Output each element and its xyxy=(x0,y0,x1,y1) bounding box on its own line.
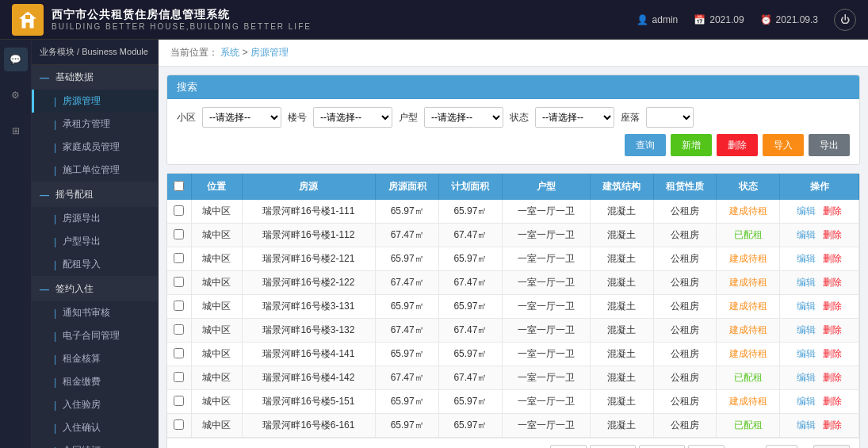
edit-link-2[interactable]: 编辑 xyxy=(797,253,816,264)
logo-icon xyxy=(12,4,44,36)
row-structure: 混凝土 xyxy=(590,414,653,438)
export-button[interactable]: 导出 xyxy=(809,134,850,156)
label-building: 楼号 xyxy=(288,111,307,124)
row-checkbox-0[interactable] xyxy=(174,205,184,216)
row-checkbox-2[interactable] xyxy=(174,253,184,263)
delete-link-9[interactable]: 删除 xyxy=(823,419,842,431)
query-button[interactable]: 查询 xyxy=(625,134,666,156)
row-type: 一室一厅一卫 xyxy=(502,247,590,271)
sidebar-item-tenant-mgmt[interactable]: |承租方管理 xyxy=(32,113,158,136)
row-check[interactable] xyxy=(167,343,191,366)
row-nature: 公租房 xyxy=(653,390,717,414)
page-number-input[interactable] xyxy=(766,445,797,448)
sidebar-item-family-mgmt[interactable]: |家庭成员管理 xyxy=(32,136,158,159)
last-page-button[interactable]: 尾页 xyxy=(688,445,725,448)
delete-link-5[interactable]: 删除 xyxy=(823,324,842,335)
sidebar-item-allot-import[interactable]: |配租导入 xyxy=(32,253,158,276)
row-check[interactable] xyxy=(167,319,191,343)
goto-button[interactable]: 跳转 xyxy=(813,445,850,448)
sidebar-item-rent-calc[interactable]: |租金核算 xyxy=(32,347,158,370)
first-page-button[interactable]: 首页 xyxy=(550,445,587,448)
sidebar-item-move-in-inspect[interactable]: |入住验房 xyxy=(32,393,158,416)
grid-icon[interactable]: ⊞ xyxy=(4,119,28,143)
row-nature: 公租房 xyxy=(653,295,717,319)
prev-page-button[interactable]: 上一页 xyxy=(590,445,636,448)
select-building[interactable]: --请选择-- xyxy=(313,107,392,128)
delete-link-2[interactable]: 删除 xyxy=(823,253,842,264)
edit-link-8[interactable]: 编辑 xyxy=(797,396,816,407)
select-community[interactable]: --请选择-- xyxy=(202,107,281,128)
edit-link-1[interactable]: 编辑 xyxy=(797,229,816,240)
sidebar-item-house-export[interactable]: |房源导出 xyxy=(32,207,158,230)
sidebar-item-rent-pay[interactable]: |租金缴费 xyxy=(32,370,158,393)
row-check[interactable] xyxy=(167,271,191,295)
sub-title-text: BUILDING BETTER HOUSE,BUILDING BETTER LI… xyxy=(52,22,312,31)
message-icon[interactable]: 💬 xyxy=(4,48,28,71)
row-location: 城中区 xyxy=(191,366,242,390)
sidebar-item-construction-mgmt[interactable]: |施工单位管理 xyxy=(32,159,158,182)
nav-group-checkin-header[interactable]: — 签约入住 xyxy=(32,277,158,301)
sidebar-item-contract-renew[interactable]: |合同续订 xyxy=(32,439,158,448)
delete-button[interactable]: 删除 xyxy=(717,134,758,156)
row-checkbox-6[interactable] xyxy=(174,348,184,358)
row-checkbox-5[interactable] xyxy=(174,324,184,335)
delete-link-1[interactable]: 删除 xyxy=(823,229,842,240)
edit-link-3[interactable]: 编辑 xyxy=(797,277,816,288)
row-check[interactable] xyxy=(167,200,191,224)
import-button[interactable]: 导入 xyxy=(763,134,804,156)
row-plan-area: 65.97㎡ xyxy=(439,414,503,438)
row-checkbox-8[interactable] xyxy=(174,396,184,406)
row-status: 已配租 xyxy=(717,224,780,247)
power-button[interactable]: ⏻ xyxy=(834,9,856,31)
add-button[interactable]: 新增 xyxy=(671,134,712,156)
edit-link-5[interactable]: 编辑 xyxy=(797,324,816,335)
nav-group-basic: — 基础数据 |房源管理 |承租方管理 |家庭成员管理 |施工单位管理 xyxy=(32,65,158,182)
sidebar-item-move-in-confirm[interactable]: |入住确认 xyxy=(32,416,158,439)
delete-link-8[interactable]: 删除 xyxy=(823,396,842,407)
row-check[interactable] xyxy=(167,247,191,271)
delete-link-0[interactable]: 删除 xyxy=(823,205,842,216)
edit-link-7[interactable]: 编辑 xyxy=(797,372,816,383)
edit-link-0[interactable]: 编辑 xyxy=(797,205,816,216)
next-page-button[interactable]: 下一页 xyxy=(639,445,685,448)
edit-link-6[interactable]: 编辑 xyxy=(797,348,816,359)
select-location[interactable] xyxy=(646,107,694,128)
row-check[interactable] xyxy=(167,366,191,390)
delete-link-3[interactable]: 删除 xyxy=(823,277,842,288)
sidebar-item-type-export[interactable]: |户型导出 xyxy=(32,230,158,253)
delete-link-7[interactable]: 删除 xyxy=(823,372,842,383)
row-checkbox-3[interactable] xyxy=(174,277,184,287)
label-community: 小区 xyxy=(177,111,196,124)
row-checkbox-4[interactable] xyxy=(174,301,184,311)
gear-icon[interactable]: ⚙ xyxy=(4,83,28,107)
select-type[interactable]: --请选择-- xyxy=(424,107,503,128)
row-check[interactable] xyxy=(167,414,191,438)
select-all-checkbox[interactable] xyxy=(174,181,184,191)
row-check[interactable] xyxy=(167,224,191,247)
row-nature: 公租房 xyxy=(653,271,717,295)
sidebar-item-notice-review[interactable]: |通知书审核 xyxy=(32,301,158,324)
row-check[interactable] xyxy=(167,295,191,319)
table-row: 城中区 瑞景河畔16号楼3-132 67.47㎡ 67.47㎡ 一室一厅一卫 混… xyxy=(167,319,859,343)
row-plan-area: 65.97㎡ xyxy=(439,295,503,319)
row-checkbox-9[interactable] xyxy=(174,419,184,430)
nav-group-lottery-label: 摇号配租 xyxy=(55,188,94,201)
delete-link-4[interactable]: 删除 xyxy=(823,301,842,312)
row-check[interactable] xyxy=(167,390,191,414)
nav-group-basic-header[interactable]: — 基础数据 xyxy=(32,65,158,90)
row-structure: 混凝土 xyxy=(590,224,653,247)
edit-link-4[interactable]: 编辑 xyxy=(797,301,816,312)
sidebar-item-house-mgmt[interactable]: |房源管理 xyxy=(32,90,158,113)
row-type: 一室一厅一卫 xyxy=(502,295,590,319)
module-header: 业务模块 / Business Module xyxy=(32,40,158,65)
breadcrumb-home[interactable]: 系统 xyxy=(220,47,239,58)
row-house: 瑞景河畔16号楼4-142 xyxy=(242,366,376,390)
row-checkbox-1[interactable] xyxy=(174,229,184,239)
select-status[interactable]: --请选择-- xyxy=(535,107,614,128)
delete-link-6[interactable]: 删除 xyxy=(823,348,842,359)
row-checkbox-7[interactable] xyxy=(174,372,184,382)
sidebar-item-contract-mgmt[interactable]: |电子合同管理 xyxy=(32,324,158,347)
edit-link-9[interactable]: 编辑 xyxy=(797,419,816,431)
nav-group-lottery-header[interactable]: — 摇号配租 xyxy=(32,182,158,207)
row-operations: 编辑 删除 xyxy=(780,200,859,224)
